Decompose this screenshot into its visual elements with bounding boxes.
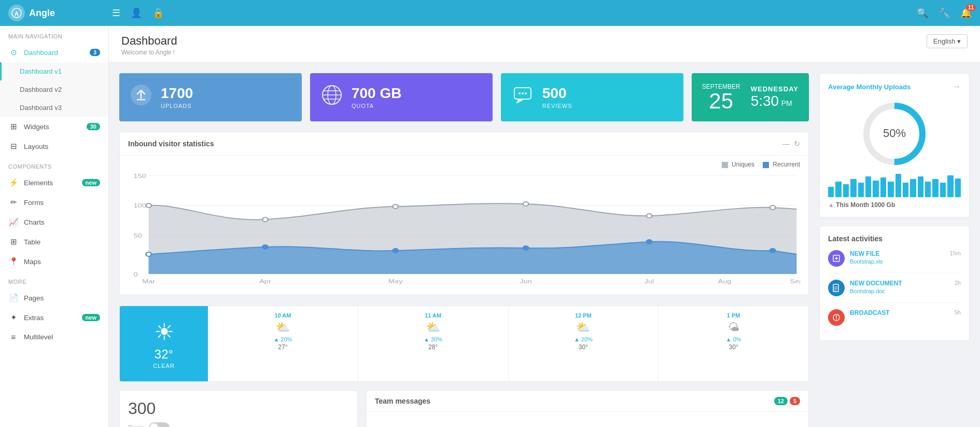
activity-title-2: BROADCAST: [850, 309, 949, 316]
activity-time-0: 15m: [950, 250, 961, 256]
sidebar-item-dashboard[interactable]: ⊙ Dashboard 3: [0, 43, 108, 62]
activity-icon-1: [828, 280, 845, 296]
notification-count: 11: [966, 4, 976, 11]
user-icon[interactable]: 👤: [131, 7, 142, 19]
minimize-icon[interactable]: —: [782, 140, 790, 148]
svg-point-26: [647, 214, 652, 218]
svg-marker-10: [516, 99, 523, 103]
menu-icon[interactable]: ☰: [112, 7, 120, 19]
chat-icon: [511, 84, 534, 111]
svg-text:Sep: Sep: [790, 278, 800, 284]
uploads-panel: Average Monthly Uploads → 50%: [819, 73, 970, 217]
weather-temp-2: 30°: [514, 343, 653, 351]
pages-icon: 📄: [8, 293, 19, 302]
toggle-switch[interactable]: [149, 422, 170, 427]
more-label: More: [0, 271, 108, 288]
globe-icon: [320, 84, 343, 111]
sidebar-item-multilevel[interactable]: ≡ Multilevel: [0, 327, 108, 347]
weather-condition: CLEAR: [153, 363, 175, 369]
sidebar-label-maps: Maps: [24, 258, 41, 266]
sidebar-label-pages: Pages: [24, 294, 44, 302]
sidebar-label-charts: Charts: [24, 218, 45, 226]
sidebar-item-forms[interactable]: ✏ Forms: [0, 192, 108, 212]
sidebar-label-elements: Elements: [24, 179, 53, 187]
refresh-icon[interactable]: ↻: [794, 140, 800, 148]
chart-actions: — ↻: [782, 140, 800, 148]
svg-point-27: [770, 205, 776, 210]
mini-bar: [888, 182, 893, 197]
upload-icon: [130, 84, 152, 111]
uploads-panel-header: Average Monthly Uploads →: [828, 82, 961, 91]
mini-bar: [865, 176, 871, 197]
sidebar-item-dashboard-v3[interactable]: Dashboard v3: [0, 99, 108, 117]
weather-forecast: 10 AM ⛅ ▲ 20% 27° 11 AM ⛅ ▲ 30% 28°: [208, 306, 808, 381]
svg-text:A: A: [15, 10, 19, 17]
chart-svg-container: 150 100 50 0: [128, 170, 800, 286]
mini-bar: [873, 181, 878, 197]
sidebar-item-dashboard-v2[interactable]: Dashboard v2: [0, 80, 108, 99]
notification-bell[interactable]: 🔔 11: [960, 7, 972, 19]
sidebar-item-layouts[interactable]: ⊟ Layouts: [0, 136, 108, 156]
svg-point-13: [525, 92, 527, 94]
language-dropdown[interactable]: English ▾: [927, 34, 968, 48]
main-layout: Main Navigation ⊙ Dashboard 3 Dashboard …: [0, 26, 980, 427]
dashboard-submenu: Dashboard v1 Dashboard v2 Dashboard v3: [0, 62, 108, 117]
sidebar-item-pages[interactable]: 📄 Pages: [0, 288, 108, 308]
extras-icon: ✦: [8, 313, 19, 322]
mini-bar: [932, 179, 938, 197]
mini-bar: [895, 174, 901, 197]
mini-bar: [910, 179, 916, 197]
mini-bar: [880, 177, 886, 197]
svg-point-33: [770, 249, 776, 253]
team-messages-title: Team messages: [375, 397, 430, 405]
mini-bar: [858, 183, 864, 197]
svg-point-24: [393, 204, 398, 209]
stat-card-uploads: 1700 UPLOADS: [119, 73, 302, 121]
svg-text:50: 50: [134, 232, 142, 239]
sidebar-label-layouts: Layouts: [24, 143, 48, 150]
sidebar-item-elements[interactable]: ⚡ Elements new: [0, 173, 108, 192]
mini-bar: [947, 175, 953, 197]
table-icon: ⊞: [8, 237, 19, 246]
weather-rain-2: ▲ 20%: [514, 336, 653, 342]
svg-point-25: [523, 202, 529, 206]
mini-bar-chart: [828, 176, 961, 197]
page-subtitle: Welcome to Angle !: [121, 49, 177, 56]
weather-slot-11am: 11 AM ⛅ ▲ 30% 28°: [358, 306, 509, 381]
msg-badges: 12 5: [774, 397, 800, 405]
cloud-icon-3: 🌤: [664, 321, 803, 334]
date-right: WEDNESDAY 5:30 PM: [751, 85, 799, 109]
toggle-label: Toggle: [128, 424, 145, 427]
quota-info: 700 GB QUOTA: [352, 86, 402, 109]
sidebar-item-maps[interactable]: 📍 Maps: [0, 252, 108, 271]
sidebar-label-multilevel: Multilevel: [24, 333, 53, 341]
app-logo[interactable]: A Angle: [8, 5, 112, 21]
main-nav-label: Main Navigation: [0, 26, 108, 43]
forms-icon: ✏: [8, 198, 19, 207]
app-name: Angle: [29, 8, 55, 19]
sidebar-label-dashboard-v1: Dashboard v1: [20, 67, 62, 75]
activity-title-0: NEW FILE: [850, 250, 945, 257]
topnav-left-icons: ☰ 👤 🔒: [112, 7, 164, 19]
search-icon[interactable]: 🔍: [917, 7, 928, 19]
svg-point-22: [146, 203, 151, 208]
svg-point-32: [647, 240, 652, 244]
sidebar-item-extras[interactable]: ✦ Extras new: [0, 308, 108, 327]
weather-rain-1: ▲ 30%: [363, 336, 503, 342]
svg-text:Aug: Aug: [718, 278, 732, 284]
chart-svg: 150 100 50 0: [128, 170, 800, 284]
sidebar-item-table[interactable]: ⊞ Table: [0, 232, 108, 252]
arrow-icon[interactable]: →: [953, 82, 961, 91]
sidebar-label-dashboard: Dashboard: [24, 49, 58, 57]
wrench-icon[interactable]: 🔧: [939, 7, 950, 19]
layouts-icon: ⊟: [8, 142, 19, 151]
activity-time-1: 2h: [955, 280, 961, 286]
topnav: A Angle ☰ 👤 🔒 🔍 🔧 🔔 11: [0, 0, 980, 26]
sidebar-item-widgets[interactable]: ⊞ Widgets 30: [0, 117, 108, 136]
sidebar-item-dashboard-v1[interactable]: Dashboard v1: [0, 62, 108, 80]
sidebar-item-charts[interactable]: 📈 Charts: [0, 212, 108, 232]
page-title: Dashboard: [121, 34, 177, 48]
lock-icon[interactable]: 🔒: [152, 7, 164, 19]
weather-temp-3: 30°: [664, 343, 803, 351]
components-label: Components: [0, 156, 108, 173]
